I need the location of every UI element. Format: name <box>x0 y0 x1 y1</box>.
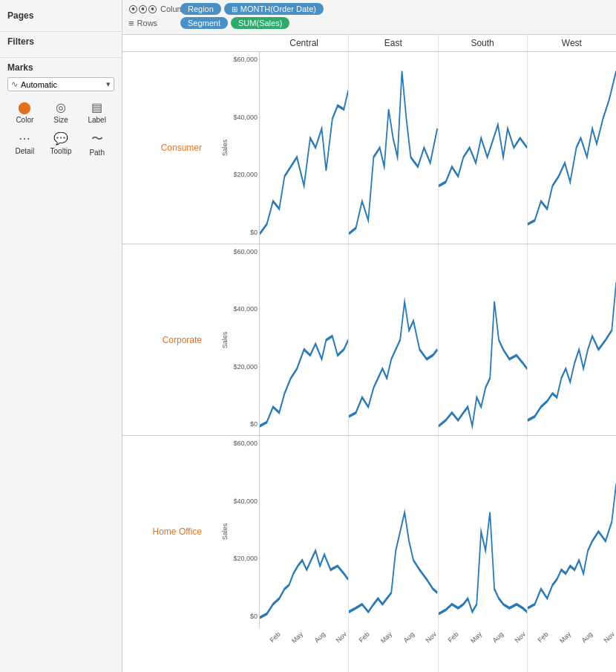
x-tick-feb-central: Feb <box>268 630 281 644</box>
consumer-label: Consumer <box>122 52 208 244</box>
marks-tooltip-button[interactable]: 💬 Tooltip <box>44 128 79 160</box>
marks-type-dropdown[interactable]: ∿ Automatic ▾ <box>7 77 114 91</box>
x-tick-nov-west: Nov <box>603 630 616 644</box>
corporate-row: Corporate $60,000 $40,000 $20,000 $0 Sal… <box>122 244 616 437</box>
x-tick-nov-east: Nov <box>424 630 437 644</box>
x-tick-feb-east: Feb <box>358 630 371 644</box>
x-axis-south: Feb May Aug Nov <box>439 627 528 672</box>
sidebar: Pages Filters Marks ∿ Automatic ▾ ⬤ Colo… <box>0 0 122 672</box>
x-tick-may-central: May <box>290 630 304 645</box>
x-tick-may-east: May <box>379 630 393 645</box>
corporate-east-chart <box>349 244 438 436</box>
consumer-charts <box>260 52 616 244</box>
pages-title: Pages <box>7 10 114 21</box>
x-tick-aug-south: Aug <box>491 630 505 644</box>
marks-size-button[interactable]: ◎ Size <box>44 97 79 127</box>
corporate-central-chart <box>260 244 349 436</box>
chart-rows: Consumer $60,000 $40,000 $20,000 $0 Sale… <box>122 52 616 627</box>
y-tick-0-corp: $0 <box>208 420 258 428</box>
consumer-east-chart <box>349 52 438 244</box>
detail-icon: ⋯ <box>19 131 30 146</box>
marks-type-line-icon: ∿ <box>11 79 18 89</box>
tooltip-label: Tooltip <box>50 147 72 155</box>
y-axis-consumer: $60,000 $40,000 $20,000 $0 Sales <box>208 52 260 244</box>
marks-detail-button[interactable]: ⋯ Detail <box>7 128 42 160</box>
corporate-south-chart <box>439 244 528 436</box>
x-tick-nov-central: Nov <box>335 630 348 644</box>
y-axis-corporate: $60,000 $40,000 $20,000 $0 Sales <box>208 244 260 436</box>
corporate-label: Corporate <box>122 244 208 436</box>
marks-path-button[interactable]: 〜 Path <box>79 128 114 160</box>
x-tick-nov-south: Nov <box>514 630 527 644</box>
y-tick-0-consumer: $0 <box>208 229 258 236</box>
y-axis-homeoffice: $60,000 $40,000 $20,000 $0 Sales <box>208 436 260 627</box>
size-icon: ◎ <box>56 100 66 114</box>
y-tick-20k-ho: $20,000 <box>208 555 258 562</box>
x-tick-may-west: May <box>558 630 572 645</box>
corporate-west-chart <box>528 244 616 436</box>
x-tick-feb-west: Feb <box>536 630 549 644</box>
y-tick-0-ho: $0 <box>208 613 258 620</box>
marks-section: Marks ∿ Automatic ▾ ⬤ Color ◎ Size ▤ Lab… <box>0 58 122 167</box>
corporate-charts <box>260 244 616 436</box>
y-axis-label-consumer: Sales <box>221 140 229 157</box>
col-header-east: East <box>349 35 438 51</box>
filters-section: Filters <box>0 32 122 58</box>
x-axis-row: Feb May Aug Nov Feb May Aug Nov Feb May … <box>122 627 616 672</box>
tooltip-icon: 💬 <box>53 131 68 146</box>
detail-label: Detail <box>16 147 35 155</box>
x-tick-may-south: May <box>468 630 482 645</box>
home-office-charts <box>260 436 616 627</box>
columns-shelf-row: ⦿⦿⦿ Columns Region ⊞ MONTH(Order Date) <box>128 3 610 15</box>
month-order-date-pill[interactable]: ⊞ MONTH(Order Date) <box>224 3 324 15</box>
main-content: ⦿⦿⦿ Columns Region ⊞ MONTH(Order Date) ≡… <box>122 0 616 672</box>
columns-shelf-label: ⦿⦿⦿ Columns <box>128 4 180 15</box>
y-tick-60k-consumer: $60,000 <box>208 56 258 63</box>
filters-title: Filters <box>7 36 114 47</box>
marks-label-button[interactable]: ▤ Label <box>79 97 114 127</box>
x-tick-feb-south: Feb <box>447 630 460 644</box>
sum-sales-pill[interactable]: SUM(Sales) <box>231 17 289 29</box>
chart-area: Central East South West Consumer $60,000… <box>122 35 616 672</box>
consumer-central-chart <box>260 52 349 244</box>
rows-shelf-row: ≡ Rows Segment SUM(Sales) <box>128 17 610 29</box>
label-icon: ▤ <box>91 100 102 114</box>
color-label: Color <box>16 116 33 124</box>
y-tick-20k-corp: $20,000 <box>208 363 258 371</box>
calendar-icon: ⊞ <box>232 5 237 13</box>
rows-shelf-label: ≡ Rows <box>128 18 180 29</box>
consumer-row: Consumer $60,000 $40,000 $20,000 $0 Sale… <box>122 52 616 244</box>
home-office-west-chart <box>528 436 616 627</box>
path-label: Path <box>89 149 105 157</box>
label-label: Label <box>88 116 105 124</box>
marks-color-button[interactable]: ⬤ Color <box>7 97 42 127</box>
home-office-east-chart <box>349 436 438 627</box>
col-header-west: West <box>528 35 616 51</box>
home-office-row: Home Office $60,000 $40,000 $20,000 $0 S… <box>122 436 616 627</box>
y-tick-40k-ho: $40,000 <box>208 498 258 505</box>
marks-grid: ⬤ Color ◎ Size ▤ Label ⋯ Detail 💬 Toolti… <box>7 97 114 160</box>
home-office-label: Home Office <box>122 436 208 627</box>
x-tick-aug-east: Aug <box>402 630 416 644</box>
color-icon: ⬤ <box>18 100 31 114</box>
x-tick-aug-west: Aug <box>580 630 594 644</box>
consumer-west-chart <box>528 52 616 244</box>
y-axis-label-corporate: Sales <box>221 331 229 348</box>
y-tick-40k-consumer: $40,000 <box>208 114 258 121</box>
shelf-area: ⦿⦿⦿ Columns Region ⊞ MONTH(Order Date) ≡… <box>122 0 616 35</box>
home-office-central-chart <box>260 436 349 627</box>
size-label: Size <box>53 116 68 124</box>
marks-dropdown-arrow: ▾ <box>106 79 111 89</box>
segment-pill[interactable]: Segment <box>180 17 228 29</box>
col-header-central: Central <box>260 35 349 51</box>
marks-title: Marks <box>7 62 114 73</box>
region-pill[interactable]: Region <box>180 3 221 15</box>
path-icon: 〜 <box>91 131 103 147</box>
x-axis-east: Feb May Aug Nov <box>349 627 438 672</box>
consumer-south-chart <box>439 52 528 244</box>
y-tick-40k-corp: $40,000 <box>208 305 258 313</box>
home-office-south-chart <box>439 436 528 627</box>
x-axis-central: Feb May Aug Nov <box>260 627 349 672</box>
columns-shelf-icon: ⦿⦿⦿ <box>128 4 157 15</box>
y-tick-60k-corp: $60,000 <box>208 248 258 255</box>
